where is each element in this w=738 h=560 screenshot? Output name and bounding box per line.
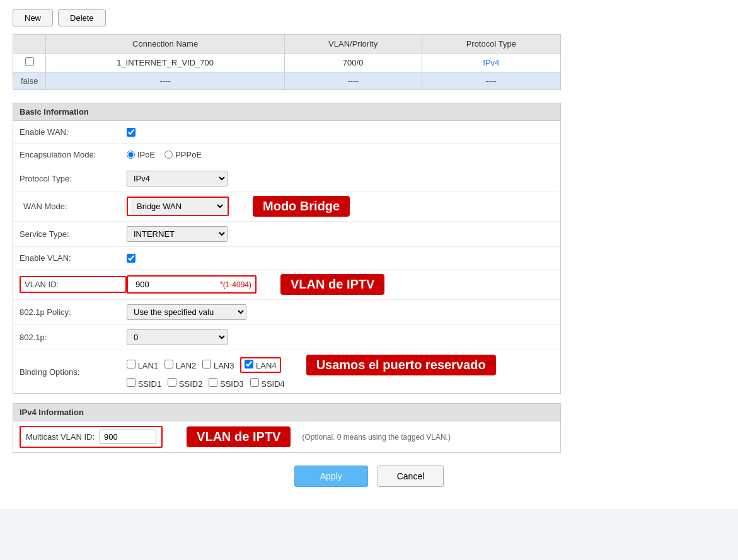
binding-lan4-label[interactable]: LAN4 — [240, 357, 280, 373]
binding-lan3-label[interactable]: LAN3 — [202, 360, 234, 370]
wan-mode-label: WAN Mode: — [20, 199, 127, 214]
multicast-vlan-control: Multicast VLAN ID: VLAN de IPTV (Optiona… — [20, 426, 554, 448]
wan-mode-control: Bridge WAN Route WAN Modo Bridge — [127, 196, 554, 217]
binding-ssid3-checkbox[interactable] — [209, 378, 217, 387]
row1-protocol-type: IPv4 — [422, 54, 560, 72]
multicast-annotation: VLAN de IPTV — [187, 426, 291, 447]
policy-802-control: Use the specified valu Use the default v… — [127, 304, 554, 320]
binding-lan2-checkbox[interactable] — [164, 360, 173, 369]
binding-annotation: Usamos el puerto reservado — [306, 355, 496, 375]
table-row-dashes[interactable]: false ---- ---- ---- — [13, 72, 561, 90]
enable-wan-label: Enable WAN: — [20, 127, 127, 137]
vlan-id-range-hint: *(1-4094) — [220, 280, 251, 289]
enable-vlan-row: Enable VLAN: — [13, 247, 560, 270]
row1-checkbox[interactable] — [25, 57, 34, 66]
enable-vlan-control — [127, 254, 554, 263]
table-header-protocol-type: Protocol Type — [422, 35, 560, 54]
p-802-row: 802.1p: 0 1 2 3 4 5 6 7 — [13, 325, 560, 350]
connection-table: Connection Name VLAN/Priority Protocol T… — [13, 34, 561, 90]
service-type-row: Service Type: INTERNET TR069 VOIP OTHER — [13, 222, 560, 247]
enable-wan-checkbox[interactable] — [127, 128, 135, 137]
cancel-button[interactable]: Cancel — [378, 466, 444, 487]
enable-vlan-checkbox[interactable] — [127, 254, 135, 263]
protocol-type-select[interactable]: IPv4 IPv6 IPv4/IPv6 — [127, 171, 228, 186]
row1-checkbox-cell[interactable] — [13, 54, 46, 72]
binding-lan2-label[interactable]: LAN2 — [164, 360, 196, 370]
binding-lan3-checkbox[interactable] — [202, 360, 211, 369]
binding-lan1-text: LAN1 — [138, 361, 159, 370]
binding-lan3-text: LAN3 — [214, 361, 234, 370]
row1-connection-name: 1_INTERNET_R_VID_700 — [46, 54, 284, 72]
encapsulation-label: Encapsulation Mode: — [20, 150, 127, 159]
p-802-select[interactable]: 0 1 2 3 4 5 6 7 — [127, 329, 228, 345]
vlan-id-control: *(1-4094) VLAN de IPTV — [127, 274, 554, 295]
binding-line-lan: LAN1 LAN2 LAN3 LAN4 — [127, 355, 496, 375]
policy-802-row: 802.1p Policy: Use the specified valu Us… — [13, 300, 560, 325]
vlan-id-annotation: VLAN de IPTV — [280, 274, 384, 295]
wan-mode-row: WAN Mode: Bridge WAN Route WAN Modo Brid… — [13, 191, 560, 222]
ipv4-info-header: IPv4 Information — [13, 404, 560, 421]
binding-ssid4-label[interactable]: SSID4 — [250, 378, 285, 389]
multicast-vlan-bordered: Multicast VLAN ID: — [20, 426, 163, 448]
binding-lan4-checkbox[interactable] — [245, 360, 253, 369]
policy-802-select[interactable]: Use the specified valu Use the default v… — [127, 304, 246, 320]
multicast-vlan-row: Multicast VLAN ID: VLAN de IPTV (Optiona… — [13, 421, 560, 452]
table-row[interactable]: 1_INTERNET_R_VID_700 700/0 IPv4 — [13, 54, 561, 72]
binding-ssid4-text: SSID4 — [261, 379, 285, 389]
binding-lan2-text: LAN2 — [176, 361, 197, 370]
binding-ssid1-checkbox[interactable] — [127, 378, 135, 387]
pppoe-radio-label[interactable]: PPPoE — [164, 150, 202, 159]
ipv4-info-section: IPv4 Information Multicast VLAN ID: VLAN… — [13, 403, 561, 453]
enable-wan-row: Enable WAN: — [13, 121, 560, 144]
binding-rows-container: LAN1 LAN2 LAN3 LAN4 — [127, 355, 496, 389]
encapsulation-radio-group: IPoE PPPoE — [127, 150, 202, 159]
row2-protocol-type: ---- — [422, 72, 560, 90]
table-header-connection-name: Connection Name — [46, 35, 284, 54]
binding-options-label: Binding Options: — [20, 367, 127, 377]
binding-lan1-checkbox[interactable] — [127, 360, 135, 369]
ipoe-radio[interactable] — [127, 151, 135, 159]
binding-ssid2-label[interactable]: SSID2 — [168, 378, 202, 389]
table-header-vlan-priority: VLAN/Priority — [284, 35, 422, 54]
binding-ssid1-label[interactable]: SSID1 — [127, 378, 161, 389]
ipoe-label-text: IPoE — [137, 150, 155, 159]
apply-button[interactable]: Apply — [294, 466, 368, 487]
multicast-vlan-input[interactable] — [100, 430, 156, 444]
p-802-control: 0 1 2 3 4 5 6 7 — [127, 329, 554, 345]
enable-wan-control — [127, 128, 554, 137]
basic-info-section: Basic Information Enable WAN: Encapsulat… — [13, 103, 561, 394]
row2-vlan-priority: ---- — [284, 72, 422, 90]
service-type-label: Service Type: — [20, 229, 127, 239]
row2-connection-name: ---- — [46, 72, 284, 90]
vlan-id-row: VLAN ID: *(1-4094) VLAN de IPTV — [13, 270, 560, 300]
encapsulation-control: IPoE PPPoE — [127, 150, 554, 159]
protocol-type-label: Protocol Type: — [20, 174, 127, 183]
delete-button[interactable]: Delete — [58, 9, 106, 26]
binding-ssid3-label[interactable]: SSID3 — [209, 378, 243, 389]
vlan-id-input[interactable] — [132, 278, 214, 291]
binding-ssid1-text: SSID1 — [138, 379, 162, 389]
binding-lan4-text: LAN4 — [256, 361, 277, 370]
wan-mode-annotation: Modo Bridge — [253, 196, 350, 217]
bottom-toolbar: Apply Cancel — [13, 466, 725, 500]
binding-options-row: Binding Options: LAN1 LAN2 — [13, 350, 560, 393]
table-header-checkbox — [13, 35, 46, 54]
wan-mode-bordered-wrap: Bridge WAN Route WAN — [127, 197, 229, 216]
top-toolbar: New Delete — [13, 9, 725, 26]
binding-ssid4-checkbox[interactable] — [250, 378, 259, 387]
row1-vlan-priority: 700/0 — [284, 54, 422, 72]
pppoe-radio[interactable] — [164, 151, 173, 159]
binding-ssid2-checkbox[interactable] — [168, 378, 176, 387]
binding-ssid2-text: SSID2 — [179, 379, 203, 389]
ipoe-radio-label[interactable]: IPoE — [127, 150, 155, 159]
new-button[interactable]: New — [13, 9, 53, 26]
binding-ssid3-text: SSID3 — [220, 379, 244, 389]
binding-lan1-label[interactable]: LAN1 — [127, 360, 158, 370]
multicast-vlan-label: Multicast VLAN ID: — [26, 432, 95, 442]
multicast-hint: (Optional. 0 means using the tagged VLAN… — [302, 433, 450, 442]
service-type-select[interactable]: INTERNET TR069 VOIP OTHER — [127, 226, 228, 242]
vlan-id-label: VLAN ID: — [20, 276, 127, 293]
protocol-type-row: Protocol Type: IPv4 IPv6 IPv4/IPv6 — [13, 166, 560, 191]
wan-mode-select[interactable]: Bridge WAN Route WAN — [130, 199, 225, 214]
row2-col1: false — [13, 72, 46, 90]
